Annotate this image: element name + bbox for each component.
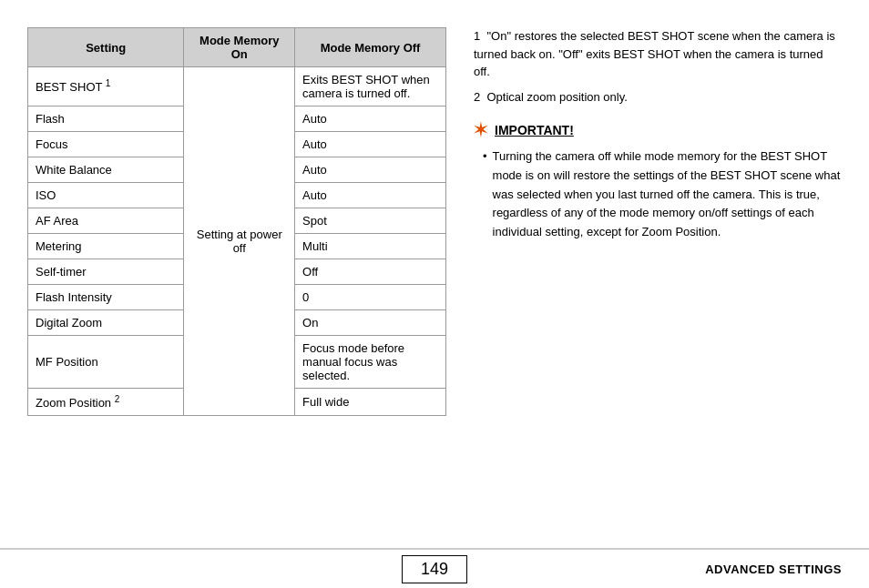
cell-mode-off-bestshot: Exits BEST SHOT when camera is turned of… xyxy=(295,67,446,106)
page-container: Setting Mode Memory On Mode Memory Off B… xyxy=(0,0,869,588)
cell-setting-mfposition: MF Position xyxy=(28,336,184,389)
cell-mode-off-wb: Auto xyxy=(295,157,446,183)
footnote-1: 1 "On" restores the selected BEST SHOT s… xyxy=(474,27,842,81)
cell-mode-off-focus: Auto xyxy=(295,132,446,157)
cell-setting-bestshot: BEST SHOT 1 xyxy=(28,67,184,106)
important-header: ✶ IMPORTANT! xyxy=(474,120,842,140)
cell-setting-iso: ISO xyxy=(28,183,184,208)
bullet-dot: • xyxy=(483,147,487,242)
cell-mode-on-shared: Setting at power off xyxy=(184,67,295,416)
cell-mode-off-flash: Auto xyxy=(295,106,446,132)
cell-setting-focus: Focus xyxy=(28,132,184,157)
important-bullet: • Turning the camera off while mode memo… xyxy=(483,147,842,242)
main-content: Setting Mode Memory On Mode Memory Off B… xyxy=(0,0,869,548)
cell-setting-flashintensity: Flash Intensity xyxy=(28,285,184,310)
cell-setting-afarea: AF Area xyxy=(28,208,184,234)
cell-mode-off-selftimer: Off xyxy=(295,259,446,285)
important-text: Turning the camera off while mode memory… xyxy=(493,147,842,242)
cell-mode-off-afarea: Spot xyxy=(295,208,446,234)
cell-mode-off-digitalzoom: On xyxy=(295,310,446,336)
cell-setting-metering: Metering xyxy=(28,234,184,259)
cell-setting-zoomposition: Zoom Position 2 xyxy=(28,389,184,416)
important-body: • Turning the camera off while mode memo… xyxy=(474,147,842,242)
cell-setting-wb: White Balance xyxy=(28,157,184,183)
header-setting: Setting xyxy=(28,28,184,67)
settings-table: Setting Mode Memory On Mode Memory Off B… xyxy=(27,27,446,416)
footer-section-title: ADVANCED SETTINGS xyxy=(467,563,842,576)
page-number: 149 xyxy=(402,555,467,583)
cell-mode-off-metering: Multi xyxy=(295,234,446,259)
cell-mode-off-flashintensity: 0 xyxy=(295,285,446,310)
cell-mode-off-iso: Auto xyxy=(295,183,446,208)
header-mode-off: Mode Memory Off xyxy=(295,28,446,67)
left-column: Setting Mode Memory On Mode Memory Off B… xyxy=(27,27,446,530)
cell-setting-selftimer: Self-timer xyxy=(28,259,184,285)
cell-setting-digitalzoom: Digital Zoom xyxy=(28,310,184,336)
right-column: 1 "On" restores the selected BEST SHOT s… xyxy=(474,27,842,530)
cell-mode-off-mfposition: Focus mode before manual focus was selec… xyxy=(295,336,446,389)
important-label: IMPORTANT! xyxy=(495,123,574,137)
table-row: BEST SHOT 1 Setting at power off Exits B… xyxy=(28,67,446,106)
footnote-2: 2 Optical zoom position only. xyxy=(474,88,842,106)
footer: 149 ADVANCED SETTINGS xyxy=(0,548,869,588)
cell-setting-flash: Flash xyxy=(28,106,184,132)
header-mode-on: Mode Memory On xyxy=(184,28,295,67)
star-icon: ✶ xyxy=(474,120,487,140)
important-box: ✶ IMPORTANT! • Turning the camera off wh… xyxy=(474,120,842,242)
cell-mode-off-zoomposition: Full wide xyxy=(295,389,446,416)
